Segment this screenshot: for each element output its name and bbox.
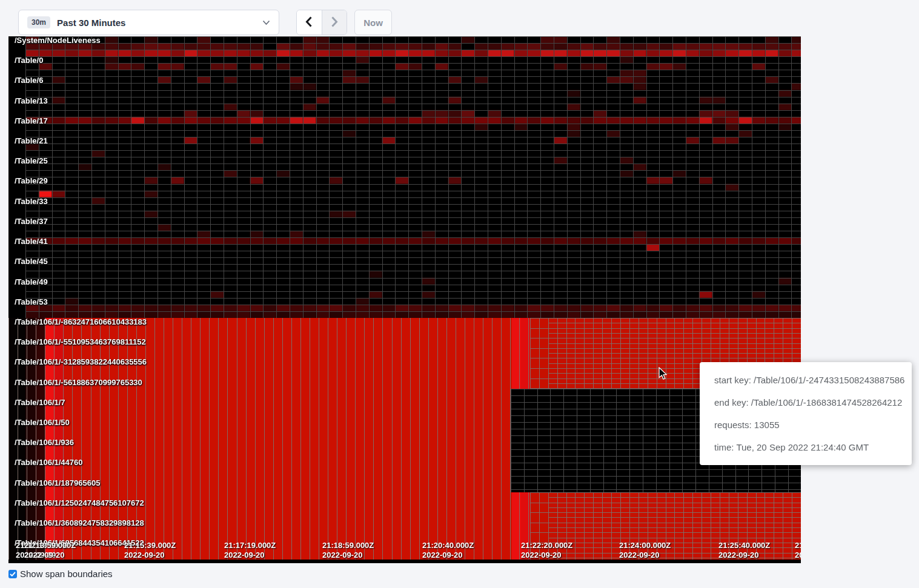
now-button[interactable]: Now	[354, 10, 392, 35]
show-span-boundaries-control[interactable]: Show span boundaries	[8, 569, 113, 579]
show-span-boundaries-label: Show span boundaries	[20, 569, 113, 579]
time-range-label: Past 30 Minutes	[57, 18, 262, 28]
check-icon	[10, 572, 16, 576]
time-range-select[interactable]: 30m Past 30 Minutes	[18, 10, 279, 35]
chevron-right-icon	[331, 16, 338, 29]
key-visualizer-heatmap: /System/NodeLiveness/Table/0/Table/6/Tab…	[8, 36, 801, 563]
chevron-left-icon	[305, 16, 313, 29]
tooltip-start-key: start key: /Table/106/1/-247433150824388…	[714, 369, 897, 391]
prev-time-button[interactable]	[297, 10, 322, 35]
key-visualizer-page: 30m Past 30 Minutes Now /System/NodeLive…	[0, 0, 919, 588]
time-range-badge: 30m	[27, 16, 50, 28]
time-nav-group	[296, 10, 347, 35]
tooltip-time: time: Tue, 20 Sep 2022 21:24:40 GMT	[714, 436, 897, 458]
show-span-boundaries-checkbox[interactable]	[8, 570, 17, 578]
next-time-button[interactable]	[322, 10, 347, 35]
heatmap-canvas[interactable]	[8, 36, 801, 563]
hover-tooltip: start key: /Table/106/1/-247433150824388…	[700, 362, 912, 465]
tooltip-requests: requests: 13055	[714, 414, 897, 436]
chevron-down-icon	[262, 17, 270, 28]
tooltip-end-key: end key: /Table/106/1/-18683814745282642…	[714, 391, 897, 414]
